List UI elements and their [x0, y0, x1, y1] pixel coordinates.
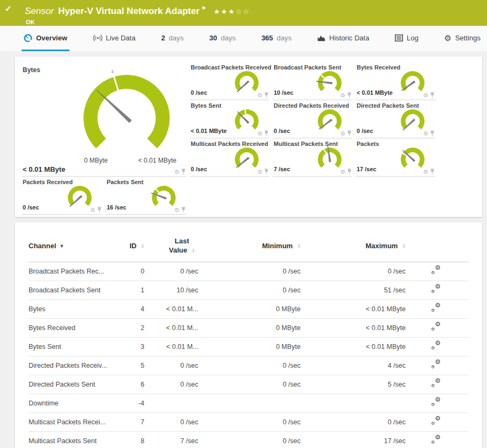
- pin-icon[interactable]: [264, 130, 269, 137]
- channel-settings-gears-icon[interactable]: ⚙⚙: [431, 417, 441, 425]
- gauge-arc: [235, 148, 259, 168]
- channel-gear-icon[interactable]: ⚙: [423, 169, 428, 175]
- gauge-cell-directed-packets-sent: Directed Packets Sent0 /sec⚙: [356, 100, 435, 138]
- gauges-grid: Bytesx̄0 MByte< 0.01 MByte< 0.01 MByte⚙B…: [22, 62, 482, 215]
- channel-name[interactable]: Bytes Sent: [29, 338, 117, 356]
- channel-name[interactable]: Multicast Packets Recei...: [29, 413, 117, 432]
- gauge-value: 0 /sec: [23, 204, 39, 211]
- sort-arrows-icon[interactable]: ▲▼: [141, 243, 144, 249]
- channel-name[interactable]: Bytes Received: [29, 319, 117, 338]
- gauge-value: 7 /sec: [274, 166, 290, 172]
- pin-icon[interactable]: [347, 130, 352, 137]
- average-label: x̄: [111, 69, 114, 74]
- sort-arrows-icon[interactable]: ▲▼: [192, 248, 195, 254]
- channel-name[interactable]: Broadcast Packets Sent: [29, 281, 117, 300]
- tab-overview[interactable]: Overview: [22, 26, 69, 51]
- channel-settings-gears-icon[interactable]: ⚙⚙: [431, 267, 441, 275]
- channel-name[interactable]: Bytes: [29, 300, 117, 319]
- pin-icon[interactable]: [430, 169, 435, 175]
- channel-gear-icon[interactable]: ⚙: [340, 169, 345, 175]
- channel-gear-icon[interactable]: ⚙: [423, 131, 428, 137]
- tab-365-days[interactable]: 365days: [259, 26, 294, 51]
- channel-gear-icon[interactable]: ⚙: [174, 169, 179, 175]
- channel-gear-icon[interactable]: ⚙: [257, 131, 262, 137]
- pin-icon[interactable]: [97, 207, 102, 213]
- pin-icon[interactable]: [347, 92, 352, 99]
- bytes-gauge[interactable]: x̄: [73, 66, 180, 155]
- tab-2-days[interactable]: 2days: [159, 26, 186, 51]
- sensor-title-row: SensorHyper-V Virtual Network Adapter⚑★★…: [0, 0, 487, 17]
- gauge-cell-broadcast-packets-received: Broadcast Packets Received0 /sec⚙: [190, 62, 269, 100]
- channel-minimum: 0 /sec: [198, 432, 301, 448]
- tab-number: 365: [261, 34, 273, 42]
- flag-icon[interactable]: ⚑: [201, 5, 206, 11]
- channel-last-value: 0 /sec: [144, 413, 198, 432]
- channel-settings-cell: ⚙⚙: [406, 394, 469, 413]
- channel-row-bytes-sent: Bytes Sent3< 0.01 M...0 MByte< 0.01 MByt…: [29, 338, 469, 356]
- column-header-maximum[interactable]: Maximum ▲▼: [301, 222, 406, 262]
- channel-gear-icon[interactable]: ⚙: [257, 169, 262, 175]
- column-header-id[interactable]: ID ▲▼: [117, 222, 144, 262]
- gauge-cell-bytes-sent: Bytes Sent< 0.01 MByte⚙: [190, 100, 269, 138]
- gauge-arc: [401, 109, 425, 130]
- channel-settings-cell: ⚙⚙: [406, 356, 469, 375]
- pin-icon[interactable]: [181, 169, 186, 175]
- channel-gear-icon[interactable]: ⚙: [340, 93, 345, 99]
- pin-icon[interactable]: [347, 169, 352, 175]
- pin-icon[interactable]: [181, 207, 186, 213]
- column-header-last-value[interactable]: LastValue ▲▼: [144, 222, 198, 262]
- tab-number: 30: [210, 34, 217, 42]
- pin-icon[interactable]: [264, 92, 269, 99]
- channel-settings-gears-icon[interactable]: ⚙⚙: [431, 342, 441, 350]
- pin-icon[interactable]: [430, 92, 435, 99]
- channel-gear-icon[interactable]: ⚙: [174, 207, 179, 213]
- priority-stars[interactable]: ★★★☆☆: [213, 8, 250, 16]
- channel-name[interactable]: Broadcast Packets Rec...: [29, 262, 117, 281]
- pin-icon[interactable]: [430, 130, 435, 137]
- channel-settings-gears-icon[interactable]: ⚙⚙: [431, 304, 441, 312]
- channel-last-value: < 0.01 M...: [144, 338, 198, 356]
- tab-30-days[interactable]: 30days: [207, 26, 238, 51]
- tab-log[interactable]: Log: [393, 26, 421, 51]
- gauge-icon-row: ⚙: [340, 169, 352, 175]
- channel-name[interactable]: Downtime: [29, 394, 117, 413]
- channel-settings-gears-icon[interactable]: ⚙⚙: [431, 323, 441, 331]
- channel-row-downtime: Downtime-4⚙⚙: [29, 394, 469, 413]
- tab-settings[interactable]: ⚙Settings: [442, 26, 483, 51]
- channel-minimum: 0 /sec: [198, 375, 301, 394]
- channel-id: 6: [117, 375, 144, 394]
- tab-historic-data[interactable]: Historic Data: [315, 26, 371, 51]
- tab-live-data[interactable]: Live Data: [91, 26, 138, 51]
- channel-settings-gears-icon[interactable]: ⚙⚙: [431, 361, 441, 369]
- channel-settings-gears-icon[interactable]: ⚙⚙: [431, 436, 441, 444]
- channel-last-value: < 0.01 M...: [144, 300, 198, 319]
- channel-settings-gears-icon[interactable]: ⚙⚙: [431, 398, 441, 407]
- channel-gear-icon[interactable]: ⚙: [340, 131, 345, 137]
- sort-arrows-icon[interactable]: ▲▼: [402, 243, 406, 249]
- gauge-cell-bytes-received: Bytes Received< 0.01 MByte⚙: [356, 62, 435, 100]
- channel-name[interactable]: Multicast Packets Sent: [29, 432, 117, 448]
- channel-minimum: 0 MByte: [198, 300, 301, 319]
- channel-gear-icon[interactable]: ⚙: [423, 93, 428, 99]
- gauge-label: Packets: [357, 141, 379, 147]
- gauge-arc: [68, 186, 92, 206]
- channel-gear-icon[interactable]: ⚙: [257, 93, 262, 99]
- channel-maximum: < 0.01 MByte: [301, 319, 406, 338]
- tab-label: Historic Data: [329, 34, 369, 42]
- column-header-minimum[interactable]: Minimum ▲▼: [198, 222, 301, 262]
- sort-arrows-icon[interactable]: ▲▼: [297, 243, 301, 249]
- channel-settings-gears-icon[interactable]: ⚙⚙: [431, 285, 441, 293]
- channel-minimum: 0 /sec: [198, 281, 301, 300]
- sort-desc-icon[interactable]: ▼: [59, 243, 64, 249]
- channel-minimum: 0 /sec: [198, 413, 301, 432]
- pin-icon[interactable]: [264, 169, 269, 175]
- channel-name[interactable]: Directed Packets Sent: [29, 375, 117, 394]
- channel-name[interactable]: Directed Packets Receiv...: [29, 356, 117, 375]
- gauge-value: 0 /sec: [357, 128, 373, 134]
- column-header-channel[interactable]: Channel▼: [29, 222, 117, 262]
- table-header-row: Channel▼ID ▲▼LastValue ▲▼Minimum ▲▼Maxim…: [29, 222, 469, 262]
- channel-settings-gears-icon[interactable]: ⚙⚙: [431, 380, 441, 388]
- gauge-arc: [235, 71, 259, 92]
- channel-gear-icon[interactable]: ⚙: [90, 207, 95, 213]
- channel-id: 3: [117, 338, 144, 356]
